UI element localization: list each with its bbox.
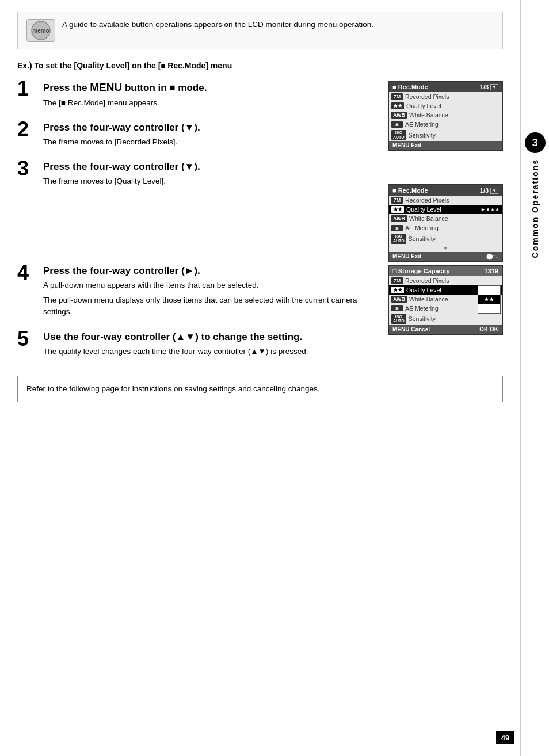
step-4-number: 4	[17, 262, 43, 283]
step-5: 5 Use the four-way controller (▲▼) to ch…	[17, 331, 382, 357]
lcd-screen-2: ■ Rec.Mode 1/3 ▼ 7M Recorded Pixels ★★ Q…	[388, 184, 503, 261]
step-1-title: Press the MENU button in ■ mode.	[43, 81, 382, 95]
lcd-row-3-1: 7M Recorded Pixels	[389, 276, 502, 285]
lcd-screen-3: □ Storage Capacity 1319 7M Recorded Pixe…	[388, 265, 503, 335]
storage-header: □ Storage Capacity 1319	[389, 266, 502, 276]
step-4-text: 4 Press the four-way controller (►). A p…	[17, 265, 382, 370]
lcd-row-1-4: ◙ AE Metering	[389, 120, 502, 129]
svg-text:memo: memo	[32, 28, 49, 34]
step-1-content: Press the MENU button in ■ mode. The [■ …	[43, 81, 382, 109]
lcd-header-2: ■ Rec.Mode 1/3 ▼	[389, 185, 502, 196]
step-5-number: 5	[17, 329, 43, 349]
lcd-row-1-5: ISOAUTO Sensitivity	[389, 129, 502, 141]
step-2: 2 Press the four-way controller (▼). The…	[17, 121, 382, 148]
pulldown-item-3: ★	[478, 304, 500, 313]
lcd-row-2-3: AWB White Balance	[389, 214, 502, 223]
memo-icon: memo	[26, 19, 55, 42]
memo-box: memo A guide to available button operati…	[17, 12, 503, 49]
lcd-screen-1: ■ Rec.Mode 1/3 ▼ 7M Recorded Pixels ★★ Q…	[388, 81, 503, 151]
pulldown-menu: ★★★ ★★ ★	[478, 285, 501, 314]
lcd-row-3-2-selected: ★★ Quality Level ◀ ★★★ ★★ ★	[389, 285, 502, 295]
step-2-desc: The frame moves to [Recorded Pixels].	[43, 136, 382, 148]
step-5-desc: The quality level changes each time the …	[43, 346, 382, 357]
lcd-header-1: ■ Rec.Mode 1/3 ▼	[389, 82, 502, 92]
side-tab: 3 Common Operations	[520, 0, 549, 756]
lcd-footer-2: MENU Exit ⬤↑↓	[389, 252, 502, 261]
lcd-footer-3: MENU Cancel OK OK	[389, 325, 502, 334]
chapter-title: Common Operations	[531, 159, 540, 258]
step-4-container: 4 Press the four-way controller (►). A p…	[17, 265, 503, 370]
page-number: 49	[496, 731, 514, 744]
step-3-desc: The frame moves to [Quality Level].	[43, 175, 382, 187]
lcd-row-1-2: ★★ Quality Level	[389, 101, 502, 110]
lcd-row-2-4: ◙ AE Metering	[389, 223, 502, 232]
step-2-number: 2	[17, 119, 43, 140]
step-4-title: Press the four-way controller (►).	[43, 265, 382, 277]
step-2-title: Press the four-way controller (▼).	[43, 121, 382, 134]
lcd-row-3-5: ISOAUTO Sensitivity	[389, 313, 502, 325]
note-box: Refer to the following page for instruct…	[17, 376, 503, 402]
lcd-row-1-3: AWB White Balance	[389, 110, 502, 120]
section-heading: Ex.) To set the [Quality Level] on the […	[17, 61, 503, 70]
step-4-desc2: The pull-down menu displays only those i…	[43, 295, 382, 318]
lcd-row-2-5: ISOAUTO Sensitivity	[389, 232, 502, 245]
step-3-title: Press the four-way controller (▼).	[43, 161, 382, 173]
chapter-number: 3	[525, 132, 546, 153]
pulldown-item-2-selected: ★★	[478, 295, 500, 304]
note-text: Refer to the following page for instruct…	[26, 384, 320, 393]
step-1: 1 Press the MENU button in ■ mode. The […	[17, 81, 382, 109]
step-3-number: 3	[17, 158, 43, 179]
step-5-title: Use the four-way controller (▲▼) to chan…	[43, 331, 382, 343]
step-1-number: 1	[17, 78, 43, 99]
step-3-content: Press the four-way controller (▼). The f…	[43, 161, 382, 187]
step-4-content: Press the four-way controller (►). A pul…	[43, 265, 382, 318]
step-1-desc: The [■ Rec.Mode] menu appears.	[43, 97, 382, 109]
lcd-row-2-2-selected: ★★ Quality Level ►★★★	[389, 205, 502, 214]
step-4: 4 Press the four-way controller (►). A p…	[17, 265, 382, 318]
lcd-row-2-1: 7M Recorded Pixels	[389, 196, 502, 205]
step-5-content: Use the four-way controller (▲▼) to chan…	[43, 331, 382, 357]
step-2-content: Press the four-way controller (▼). The f…	[43, 121, 382, 148]
pulldown-item-1: ★★★	[478, 286, 500, 295]
lcd-footer-1: MENU Exit	[389, 141, 502, 150]
screen-3-container: □ Storage Capacity 1319 7M Recorded Pixe…	[388, 265, 503, 370]
memo-text: A guide to available button operations a…	[62, 19, 373, 30]
main-content: memo A guide to available button operati…	[0, 0, 520, 414]
step-4-desc1: A pull-down menu appears with the items …	[43, 280, 382, 291]
step-3: 3 Press the four-way controller (▼). The…	[17, 161, 382, 187]
lcd-row-1-1: 7M Recorded Pixels	[389, 92, 502, 101]
